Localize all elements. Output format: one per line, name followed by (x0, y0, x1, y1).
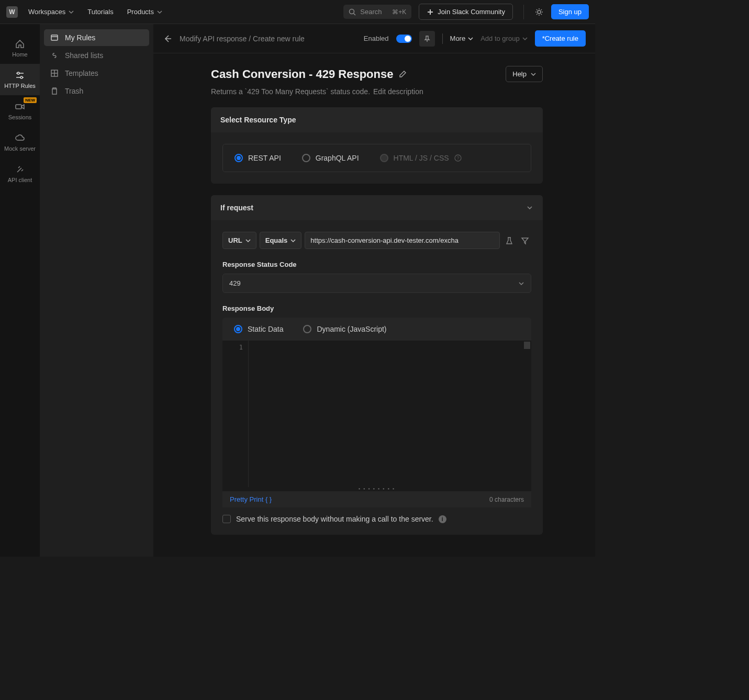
resource-rest-api[interactable]: REST API (234, 154, 281, 162)
svg-point-7 (17, 72, 19, 74)
products-menu[interactable]: Products (124, 6, 165, 18)
code-content[interactable] (249, 341, 531, 487)
rule-title: Cash Conversion - 429 Response (211, 67, 393, 81)
divider (523, 5, 524, 19)
sidebar-trash[interactable]: Trash (44, 83, 149, 99)
nav-http-rules[interactable]: HTTP Rules (0, 64, 40, 95)
pretty-print-button[interactable]: Pretty Print { } (230, 495, 272, 503)
resource-type-header: Select Resource Type (211, 107, 543, 132)
chevron-down-icon (157, 9, 162, 15)
edit-icon[interactable] (398, 70, 407, 78)
scrollbar-thumb[interactable] (524, 342, 530, 349)
description-row: Returns a `429 Too Many Requests` status… (211, 87, 543, 96)
test-button[interactable] (503, 234, 516, 247)
response-body-label: Response Body (222, 304, 531, 312)
slack-icon (427, 8, 434, 16)
resource-graphql-label: GraphQL API (316, 154, 359, 162)
sidebar-shared-lists[interactable]: Shared lists (44, 47, 149, 64)
plug-icon (15, 164, 25, 175)
window-icon (50, 33, 59, 42)
workspace-badge[interactable]: W (6, 6, 18, 18)
back-button[interactable] (163, 34, 172, 43)
resize-handle[interactable]: ● ● ● ● ● ● ● ● (222, 487, 531, 491)
nav-mock-server-label: Mock server (4, 145, 36, 152)
search-icon (349, 8, 356, 16)
status-code-select[interactable]: 429 (222, 274, 531, 293)
nav-sessions[interactable]: NEW Sessions (0, 95, 40, 127)
topbar: W Workspaces Tutorials Products Search ⌘… (0, 0, 595, 24)
more-menu[interactable]: More (450, 35, 474, 42)
collapse-button[interactable] (526, 204, 533, 211)
help-button[interactable]: Help (506, 66, 543, 82)
operator-dropdown[interactable]: Equals (260, 232, 302, 249)
code-gutter: 1 (222, 341, 249, 487)
svg-rect-10 (51, 35, 58, 40)
rule-description: Returns a `429 Too Many Requests` status… (211, 87, 370, 96)
settings-button[interactable] (534, 7, 544, 17)
serve-without-call-row: Serve this response body without making … (222, 515, 531, 523)
resource-options: REST API GraphQL API HTML / JS / CSS ? (222, 144, 531, 172)
radio-icon (380, 154, 388, 162)
body-type-tabs: Static Data Dynamic (JavaScript) (222, 318, 531, 341)
workspaces-label: Workspaces (28, 8, 65, 16)
body-static-label: Static Data (248, 325, 283, 333)
info-icon[interactable]: i (439, 515, 446, 523)
nav-api-client-label: API client (8, 177, 32, 183)
filter-button[interactable] (519, 234, 531, 247)
body-dynamic[interactable]: Dynamic (JavaScript) (303, 325, 386, 333)
arrow-left-icon (163, 34, 172, 43)
add-to-group-menu[interactable]: Add to group (480, 35, 527, 42)
video-icon (15, 101, 25, 112)
url-field-dropdown[interactable]: URL (222, 232, 256, 249)
svg-text:?: ? (456, 155, 459, 161)
svg-rect-3 (430, 9, 431, 15)
serve-checkbox[interactable] (222, 515, 231, 523)
url-input[interactable] (305, 232, 500, 249)
body-static-data[interactable]: Static Data (234, 325, 283, 333)
request-condition-row: URL Equals (222, 232, 531, 249)
chevron-down-icon (518, 280, 524, 287)
enabled-toggle[interactable] (396, 35, 412, 43)
code-editor[interactable]: 1 (222, 341, 531, 487)
if-request-panel: If request URL Equals (211, 195, 543, 535)
radio-icon (302, 154, 310, 162)
search-input[interactable]: Search ⌘+K (343, 5, 411, 19)
edit-description-link[interactable]: Edit description (373, 87, 423, 96)
nav-home-label: Home (12, 51, 27, 58)
sidebar-my-rules-label: My Rules (65, 33, 95, 42)
workspaces-menu[interactable]: Workspaces (25, 6, 77, 18)
resource-graphql[interactable]: GraphQL API (302, 154, 359, 162)
nav-api-client[interactable]: API client (0, 158, 40, 189)
nav-home[interactable]: Home (0, 32, 40, 64)
sidebar-my-rules[interactable]: My Rules (44, 29, 149, 46)
signup-button[interactable]: Sign up (551, 4, 589, 19)
chevron-down-icon (468, 36, 473, 41)
radio-icon (234, 325, 242, 333)
content: Cash Conversion - 429 Response Help Retu… (153, 53, 595, 547)
chevron-down-icon (522, 36, 528, 41)
radio-icon (234, 154, 243, 162)
nav-mock-server[interactable]: Mock server (0, 127, 40, 158)
gear-icon (534, 7, 544, 17)
filter-icon (521, 236, 529, 245)
line-number: 1 (228, 344, 243, 351)
join-slack-button[interactable]: Join Slack Community (419, 4, 513, 20)
resource-type-panel: Select Resource Type REST API GraphQL AP… (211, 107, 543, 184)
svg-point-0 (350, 9, 354, 14)
pin-button[interactable] (419, 31, 435, 47)
if-request-header: If request (211, 195, 543, 220)
serve-label: Serve this response body without making … (236, 515, 433, 523)
add-to-group-label: Add to group (480, 35, 519, 42)
svg-point-8 (20, 76, 23, 78)
cloud-icon (15, 133, 25, 143)
sidebar-templates[interactable]: Templates (44, 65, 149, 82)
create-rule-button[interactable]: *Create rule (535, 30, 586, 47)
status-code-value: 429 (229, 279, 241, 287)
tutorials-link[interactable]: Tutorials (84, 6, 116, 18)
main: Modify API response / Create new rule En… (153, 24, 595, 557)
code-footer: Pretty Print { } 0 characters (222, 491, 531, 507)
sidebar: My Rules Shared lists Templates Trash (40, 24, 153, 557)
chevron-down-icon (290, 238, 296, 243)
link-icon (50, 51, 59, 60)
help-label: Help (512, 70, 527, 78)
